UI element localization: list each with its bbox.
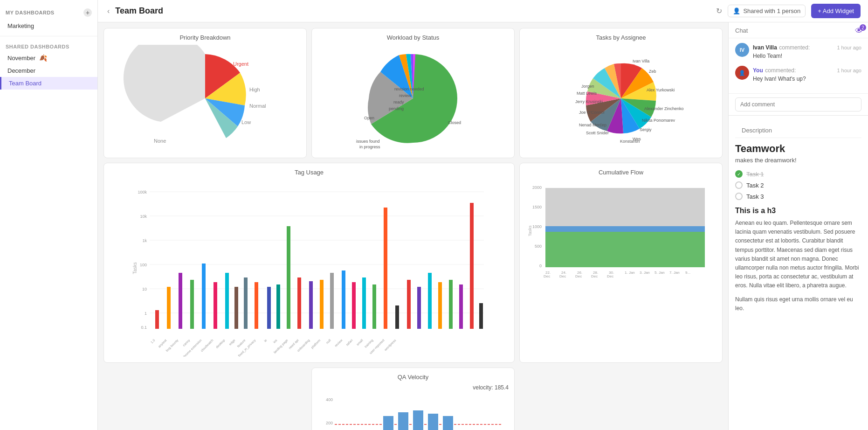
- chat-messages: IV Ivan Villa commented: 1 hour ago Hell…: [729, 38, 868, 93]
- svg-text:fixed_in_privacy: fixed_in_privacy: [237, 338, 257, 357]
- svg-rect-68: [449, 280, 453, 329]
- refresh-button[interactable]: ↻: [716, 7, 722, 15]
- svg-text:Jorgen: Jorgen: [581, 84, 594, 89]
- marketing-label: Marketing: [7, 22, 34, 29]
- svg-text:feature: feature: [236, 339, 246, 348]
- priority-breakdown-title: Priority Breakdown: [110, 34, 301, 41]
- sidebar-item-december[interactable]: December: [0, 64, 97, 77]
- avatar-you: 👤: [735, 66, 749, 80]
- svg-rect-57: [330, 273, 334, 329]
- svg-text:Scott Snider: Scott Snider: [586, 131, 609, 135]
- priority-breakdown-widget: Priority Breakdown Urgent High Normal: [103, 28, 307, 158]
- svg-rect-41: [155, 310, 159, 329]
- svg-text:3. Jan: 3. Jan: [640, 270, 650, 275]
- velocity-value: velocity: 185.4: [317, 384, 509, 391]
- svg-text:bug bounty: bug bounty: [165, 338, 179, 353]
- svg-rect-65: [417, 287, 421, 329]
- shared-label: Shared with 1 person: [743, 7, 800, 14]
- svg-rect-48: [234, 287, 238, 329]
- page-title: Team Board: [115, 6, 163, 16]
- svg-text:500: 500: [535, 244, 542, 249]
- svg-text:ready: ready: [393, 100, 404, 104]
- svg-text:1. Jan: 1. Jan: [625, 270, 635, 275]
- svg-rect-61: [372, 284, 376, 329]
- svg-text:0: 0: [539, 264, 542, 268]
- cumulative-flow-chart: 2000 1500 1000 500 0 Tasks 22. Dec: [525, 180, 716, 287]
- svg-text:review: review: [399, 93, 412, 98]
- svg-text:Open: Open: [364, 116, 374, 120]
- svg-text:review: review: [334, 338, 343, 347]
- sidebar-item-november[interactable]: November 🍂: [0, 51, 97, 64]
- message-2-text: Hey Ivan! What's up?: [753, 76, 861, 82]
- svg-text:Nikita Ponomarev: Nikita Ponomarev: [642, 118, 675, 123]
- svg-rect-59: [352, 282, 356, 329]
- svg-text:0.1: 0.1: [141, 325, 147, 330]
- svg-text:issues found: issues found: [356, 139, 380, 144]
- tasks-assignee-title: Tasks by Assignee: [525, 34, 716, 41]
- svg-rect-128: [383, 416, 393, 430]
- shared-button[interactable]: 👤 Shared with 1 person: [728, 5, 806, 17]
- svg-rect-131: [428, 414, 438, 430]
- message-1-author: Ivan Villa commented:: [753, 43, 810, 51]
- svg-text:Urgent: Urgent: [233, 61, 248, 67]
- task-2-check[interactable]: [735, 181, 743, 189]
- message-2-time: 1 hour ago: [837, 68, 861, 73]
- svg-text:Alex Yurkowski: Alex Yurkowski: [647, 88, 675, 92]
- message-2-body: You commented: 1 hour ago Hey Ivan! What…: [753, 66, 861, 82]
- svg-text:Dec: Dec: [559, 274, 566, 278]
- qa-velocity-widget: QA Velocity velocity: 185.4 400 200 100 …: [311, 368, 515, 430]
- svg-text:Matt Lewis: Matt Lewis: [577, 91, 597, 96]
- svg-text:Konstantin: Konstantin: [620, 139, 640, 144]
- svg-text:1: 1: [145, 311, 147, 316]
- priority-breakdown-chart: Urgent High Normal Low None: [110, 45, 301, 152]
- sidebar-divider: [0, 36, 97, 36]
- svg-text:revision needed: revision needed: [394, 87, 424, 91]
- svg-rect-45: [202, 264, 206, 329]
- svg-text:Dec: Dec: [607, 274, 613, 278]
- task-1-check[interactable]: [735, 170, 743, 178]
- svg-rect-67: [438, 282, 442, 329]
- description-paragraph2: Nullam quis risus eget urna mollis ornar…: [735, 295, 861, 313]
- svg-text:200: 200: [326, 421, 333, 425]
- message-1-header: Ivan Villa commented: 1 hour ago: [753, 43, 861, 51]
- svg-rect-58: [342, 270, 345, 329]
- qa-velocity-title: QA Velocity: [317, 374, 509, 381]
- sidebar-item-marketing[interactable]: Marketing: [0, 20, 97, 32]
- svg-rect-42: [167, 287, 171, 329]
- description-section-title: Description: [735, 122, 861, 138]
- chat-section-title: Chat: [729, 22, 868, 38]
- task-item-1[interactable]: Task 1: [735, 170, 861, 178]
- my-dashboards-header: MY DASHBOARDS +: [0, 6, 97, 20]
- team-board-label: Team Board: [9, 80, 41, 87]
- svg-text:10: 10: [142, 287, 147, 291]
- chat-input[interactable]: [735, 97, 861, 111]
- task-3-check[interactable]: [735, 193, 743, 200]
- svg-text:High: High: [249, 87, 260, 92]
- svg-text:Sergiy: Sergiy: [640, 127, 652, 132]
- eye-badge: 👁 2: [855, 26, 863, 36]
- message-1-time: 1 hour ago: [837, 45, 861, 50]
- svg-rect-56: [320, 280, 324, 329]
- svg-rect-129: [398, 412, 408, 430]
- add-dashboard-button[interactable]: +: [83, 8, 92, 17]
- header-actions: ↻ 👤 Shared with 1 person + Add Widget: [716, 4, 861, 18]
- sidebar-item-team-board[interactable]: Team Board: [0, 77, 97, 90]
- workload-status-title: Workload by Status: [317, 34, 509, 41]
- task-item-2[interactable]: Task 2: [735, 181, 861, 189]
- dashboard: Priority Breakdown Urgent High Normal: [98, 22, 728, 430]
- add-widget-button[interactable]: + Add Widget: [811, 4, 861, 18]
- collapse-button[interactable]: ‹: [105, 7, 111, 15]
- svg-text:Closed: Closed: [448, 120, 461, 125]
- svg-rect-130: [413, 410, 423, 430]
- description-section: Description Teamwork makes the dreamwork…: [729, 115, 868, 430]
- svg-text:10k: 10k: [140, 214, 147, 219]
- svg-text:Low: Low: [241, 119, 251, 125]
- svg-text:ie: ie: [263, 339, 268, 343]
- svg-rect-64: [407, 280, 411, 329]
- user-icon: 👤: [733, 7, 740, 14]
- svg-text:100k: 100k: [138, 190, 147, 194]
- svg-text:1.0: 1.0: [150, 339, 156, 344]
- svg-text:Dec: Dec: [575, 274, 582, 278]
- task-item-3[interactable]: Task 3: [735, 193, 861, 200]
- cumulative-flow-widget: Cumulative Flow 2000 1500 1000 500 0 Tas…: [519, 163, 723, 363]
